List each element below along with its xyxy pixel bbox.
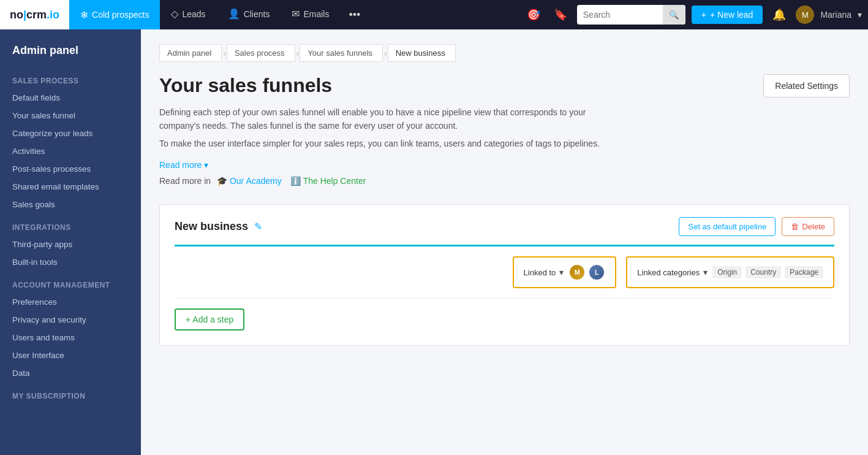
sidebar-item-built-in[interactable]: Built-in tools	[0, 253, 141, 271]
linked-categories-dropdown-icon[interactable]: ▾	[703, 267, 708, 277]
linked-to-content: Linked to ▾	[524, 267, 564, 277]
linked-categories-label: Linked categories	[637, 268, 700, 277]
category-tag-country[interactable]: Country	[745, 266, 781, 278]
help-center-link[interactable]: ℹ️ The Help Center	[290, 176, 366, 186]
cold-prospects-label: Cold prospects	[92, 10, 149, 20]
plus-icon: +	[701, 10, 706, 20]
pipeline-name-row: New business ✎	[175, 220, 262, 233]
page-title: Your sales funnels	[159, 74, 600, 97]
info-icon: ℹ️	[290, 176, 301, 186]
linked-to-dropdown-icon[interactable]: ▾	[559, 267, 564, 277]
goals-icon-button[interactable]: 🎯	[523, 4, 544, 25]
search-box: 🔍	[577, 5, 685, 25]
academy-emoji: 🎓	[217, 176, 227, 186]
set-default-pipeline-button[interactable]: Set as default pipeline	[679, 217, 776, 236]
delete-pipeline-button[interactable]: 🗑 Delete	[782, 217, 834, 236]
sidebar-item-data[interactable]: Data	[0, 364, 141, 382]
pipeline-actions: Set as default pipeline 🗑 Delete	[679, 217, 834, 236]
logo[interactable]: no|crm.io	[0, 0, 69, 29]
linked-categories-box: Linked categories ▾ Origin Country Packa…	[626, 256, 834, 288]
linked-avatar-1[interactable]: M	[568, 264, 586, 281]
breadcrumb-arrow-1: ›	[223, 48, 226, 58]
category-tags: Origin Country Package	[712, 266, 823, 278]
search-input[interactable]	[577, 10, 663, 20]
related-settings-button[interactable]: Related Settings	[763, 74, 850, 98]
page-header-text: Your sales funnels Defining each step of…	[159, 74, 600, 186]
sidebar-item-users-teams[interactable]: Users and teams	[0, 329, 141, 346]
emails-icon: ✉	[292, 8, 300, 20]
main-layout: Admin panel Sales Process Default fields…	[0, 29, 868, 455]
sidebar-item-preferences[interactable]: Preferences	[0, 293, 141, 311]
sidebar-section-subscription: My Subscription	[0, 382, 141, 404]
sidebar-item-sales-funnel[interactable]: Your sales funnel	[0, 107, 141, 124]
logo-text: no|crm.io	[10, 9, 59, 21]
pipeline-card: New business ✎ Set as default pipeline 🗑…	[159, 204, 850, 346]
nav-tab-clients[interactable]: 👤 Clients	[217, 0, 281, 29]
breadcrumb-arrow-2: ›	[296, 48, 300, 58]
pipeline-name: New business	[175, 220, 248, 233]
new-lead-label: + New lead	[710, 10, 753, 20]
breadcrumb-sales-process[interactable]: Sales process	[227, 44, 295, 62]
page-desc-1: Defining each step of your own sales fun…	[159, 105, 600, 133]
sidebar-item-shared-email[interactable]: Shared email templates	[0, 178, 141, 196]
linked-to-box: Linked to ▾ M L	[513, 256, 617, 288]
read-more-in-label: Read more in	[159, 176, 211, 186]
leads-icon: ◇	[171, 8, 178, 20]
pipeline-bottom-divider	[175, 298, 834, 299]
nav-tab-cold-prospects[interactable]: ❄ Cold prospects	[69, 0, 160, 29]
breadcrumb-sales-funnels[interactable]: Your sales funnels	[300, 44, 383, 62]
add-step-button[interactable]: + Add a step	[175, 308, 244, 331]
help-label: The Help Center	[303, 176, 366, 186]
academy-link[interactable]: 🎓 Our Academy	[217, 176, 282, 186]
sidebar-item-privacy[interactable]: Privacy and security	[0, 311, 141, 329]
user-avatar[interactable]: M	[796, 6, 814, 24]
edit-pipeline-icon[interactable]: ✎	[254, 221, 262, 232]
pipeline-header: New business ✎ Set as default pipeline 🗑…	[175, 217, 834, 236]
avatar-group: M L	[568, 264, 605, 281]
notification-bell-icon[interactable]: 🔔	[769, 4, 790, 25]
linked-to-label: Linked to	[524, 268, 556, 277]
category-tag-package[interactable]: Package	[785, 266, 823, 278]
category-tag-origin[interactable]: Origin	[712, 266, 742, 278]
clients-icon: 👤	[228, 8, 240, 20]
nav-tab-leads[interactable]: ◇ Leads	[160, 0, 216, 29]
breadcrumb: Admin panel › Sales process › Your sales…	[159, 44, 850, 62]
cold-prospects-icon: ❄	[80, 9, 88, 21]
read-more-in-row: Read more in 🎓 Our Academy ℹ️ The Help C…	[159, 176, 600, 186]
nav-more-button[interactable]: •••	[340, 0, 369, 29]
breadcrumb-new-business[interactable]: New business	[388, 44, 456, 62]
linked-categories-content: Linked categories ▾	[637, 267, 708, 277]
sidebar-item-default-fields[interactable]: Default fields	[0, 89, 141, 107]
sidebar-section-integrations: Integrations	[0, 213, 141, 235]
sidebar-item-post-sales[interactable]: Post-sales processes	[0, 160, 141, 178]
linked-avatar-2[interactable]: L	[588, 264, 605, 281]
avatar-initials: M	[802, 10, 809, 20]
pipeline-divider	[175, 245, 834, 247]
breadcrumb-arrow-3: ›	[384, 48, 387, 58]
sidebar-item-categorize-leads[interactable]: Categorize your leads	[0, 124, 141, 142]
sidebar-item-user-interface[interactable]: User Interface	[0, 346, 141, 364]
breadcrumb-admin-panel[interactable]: Admin panel	[159, 44, 222, 62]
page-header-row: Your sales funnels Defining each step of…	[159, 74, 850, 186]
clients-label: Clients	[244, 9, 270, 19]
sidebar-item-sales-goals[interactable]: Sales goals	[0, 196, 141, 213]
leads-label: Leads	[182, 9, 205, 19]
sidebar-item-activities[interactable]: Activities	[0, 142, 141, 160]
nav-tab-emails[interactable]: ✉ Emails	[281, 0, 340, 29]
sidebar: Admin panel Sales Process Default fields…	[0, 29, 141, 455]
user-name[interactable]: Mariana	[820, 10, 851, 20]
academy-label: Our Academy	[230, 176, 282, 186]
page-desc-2: To make the user interface simpler for y…	[159, 137, 600, 150]
new-lead-button[interactable]: + + New lead	[692, 6, 763, 24]
user-dropdown-icon[interactable]: ▾	[858, 10, 862, 20]
delete-label: Delete	[802, 222, 825, 231]
trash-icon: 🗑	[791, 222, 799, 231]
sidebar-section-account: Account management	[0, 271, 141, 293]
top-navigation: no|crm.io ❄ Cold prospects ◇ Leads 👤 Cli…	[0, 0, 868, 29]
bookmark-icon-button[interactable]: 🔖	[550, 4, 571, 25]
search-button[interactable]: 🔍	[663, 5, 685, 25]
read-more-link[interactable]: Read more ▾	[159, 160, 208, 170]
nav-tabs: ❄ Cold prospects ◇ Leads 👤 Clients ✉ Ema…	[69, 0, 369, 29]
sidebar-item-third-party[interactable]: Third-party apps	[0, 235, 141, 253]
sidebar-section-sales-process: Sales Process	[0, 67, 141, 89]
